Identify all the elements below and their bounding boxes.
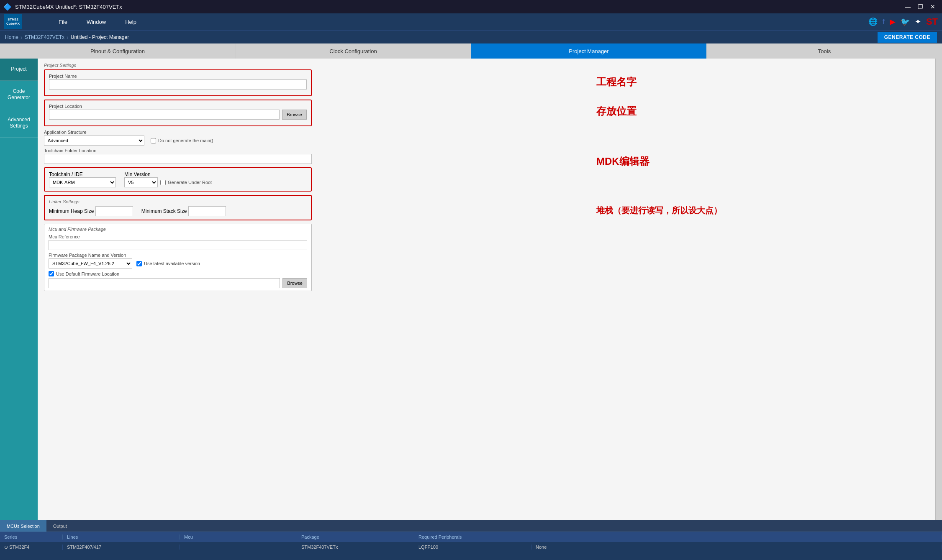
mcu-ref-field: Mcu Reference STM32F407VETx: [49, 234, 307, 250]
sidebar-item-project[interactable]: Project: [0, 59, 38, 81]
tab-project-manager[interactable]: Project Manager: [471, 43, 707, 59]
project-settings-label: Project Settings: [44, 63, 312, 68]
generate-code-button[interactable]: GENERATE CODE: [878, 32, 937, 43]
youtube-icon[interactable]: ▶: [890, 17, 896, 26]
use-latest-checkbox[interactable]: [136, 261, 142, 266]
tab-pinout[interactable]: Pinout & Configuration: [0, 43, 236, 59]
vertical-scrollbar[interactable]: [935, 59, 942, 520]
toolchain-folder-input[interactable]: C:\Users\user\Desktop\LED\BootLoader\: [44, 154, 312, 164]
menu-window[interactable]: Window: [83, 17, 109, 27]
header-required-peripherals: Required Peripherals: [414, 534, 942, 540]
header-series: Series: [0, 534, 63, 540]
toolchain-ide-select[interactable]: MDK-ARM: [49, 177, 116, 187]
logo-text: STM32CubeMX: [6, 18, 20, 26]
project-name-label: Project Name: [49, 74, 307, 79]
project-location-section: Project Location C:\Users\user\Desktop\L…: [44, 100, 312, 126]
bottom-tabs: MCUs Selection Output: [0, 520, 942, 532]
linker-settings-label: Linker Settings: [49, 199, 307, 204]
toolchain-folder-field: Toolchain Folder Location C:\Users\user\…: [44, 148, 312, 164]
header-package: Package: [297, 534, 414, 540]
header-lines: Lines: [63, 534, 180, 540]
project-location-label: Project Location: [49, 104, 307, 109]
breadcrumb-project: Untitled - Project Manager: [71, 34, 129, 40]
annotation-project-name: 工程名字: [596, 75, 637, 89]
st-icon[interactable]: ST: [926, 16, 938, 27]
use-default-fw-row: Use Default Firmware Location: [49, 271, 307, 276]
min-heap-input[interactable]: 0x1000: [95, 206, 133, 216]
tab-tools[interactable]: Tools: [707, 43, 942, 59]
sidebar-item-advanced-settings[interactable]: Advanced Settings: [0, 109, 38, 138]
toolchain-ide-field: Toolchain / IDE MDK-ARM: [49, 171, 116, 187]
fw-pkg-select[interactable]: STM32Cube_FW_F4_V1.26.2: [49, 258, 132, 268]
project-name-input[interactable]: BootLoader: [49, 79, 307, 89]
form-area: Project Settings Project Name BootLoader…: [44, 63, 312, 294]
project-location-input[interactable]: C:\Users\user\Desktop\LED: [49, 110, 280, 120]
generate-under-root-label: Generate Under Root: [168, 180, 212, 185]
twitter-icon[interactable]: 🐦: [901, 17, 910, 26]
fw-location-browse-button[interactable]: Browse: [282, 278, 307, 288]
toolchain-ide-label: Toolchain / IDE: [49, 171, 83, 177]
content-wrapper: Project Settings Project Name BootLoader…: [44, 63, 929, 294]
titlebar-left: 🔷 STM32CubeMX Untitled*: STM32F407VETx: [3, 3, 122, 11]
menubar-items: File Window Help: [55, 17, 140, 27]
globe-icon[interactable]: 🌐: [868, 17, 878, 26]
project-name-field: Project Name BootLoader: [49, 74, 307, 89]
community-icon[interactable]: ✦: [915, 17, 921, 26]
sidebar-item-code-generator[interactable]: Code Generator: [0, 81, 38, 109]
linker-settings-section: Linker Settings Minimum Heap Size 0x1000…: [44, 195, 312, 220]
bottom-tab-output[interactable]: Output: [46, 520, 74, 532]
app-structure-field: Application Structure Advanced Do not ge…: [44, 130, 312, 146]
project-location-browse-button[interactable]: Browse: [282, 110, 307, 120]
use-default-fw-label: Use Default Firmware Location: [56, 271, 119, 276]
titlebar-icon: 🔷: [3, 3, 12, 11]
breadcrumb-mcu[interactable]: STM32F407VETx: [25, 34, 64, 40]
project-name-section: Project Name BootLoader: [44, 69, 312, 96]
menubar: STM32CubeMX File Window Help 🌐 f ▶ 🐦 ✦ S…: [0, 13, 942, 30]
table-cell-package: LQFP100: [414, 545, 531, 550]
app-structure-label: Application Structure: [44, 130, 312, 135]
project-location-field: Project Location C:\Users\user\Desktop\L…: [49, 104, 307, 120]
fw-location-input[interactable]: C:/software/stm32cubemx/Firmware Reposit…: [49, 278, 280, 288]
logo-box: STM32CubeMX: [4, 14, 22, 29]
mcu-ref-input[interactable]: STM32F407VETx: [49, 240, 307, 250]
generate-under-root-row: Generate Under Root: [160, 180, 212, 185]
titlebar-title: STM32CubeMX Untitled*: STM32F407VETx: [15, 4, 122, 10]
bottom-table-header: Series Lines Mcu Package Required Periph…: [0, 532, 942, 542]
minimize-button[interactable]: —: [902, 1, 914, 13]
min-version-row: V5 Generate Under Root: [124, 177, 212, 187]
breadcrumb-bar: Home › STM32F407VETx › Untitled - Projec…: [0, 30, 942, 43]
menu-file[interactable]: File: [55, 17, 71, 27]
close-button[interactable]: ✕: [927, 1, 939, 13]
table-row[interactable]: ⊙ STM32F4 STM32F407/417 STM32F407VETx LQ…: [0, 542, 942, 552]
use-latest-row: Use latest available version: [136, 261, 200, 266]
menubar-icons: 🌐 f ▶ 🐦 ✦ ST: [868, 16, 938, 27]
table-cell-mcu: STM32F407VETx: [297, 545, 414, 550]
breadcrumb-home[interactable]: Home: [5, 34, 18, 40]
table-cell-required-peripherals: None: [531, 545, 942, 550]
mcu-firmware-title: Mcu and Firmware Package: [49, 227, 307, 232]
min-stack-input[interactable]: 0x1000: [188, 206, 226, 216]
no-main-checkbox[interactable]: [151, 138, 156, 143]
annotation-area: 工程名字 存放位置 MDK编辑器 堆栈（要进行读写，所以设大点）: [312, 63, 929, 294]
sidebar: Project Code Generator Advanced Settings: [0, 59, 38, 520]
generate-under-root-checkbox[interactable]: [160, 180, 166, 185]
min-stack-label: Minimum Stack Size: [141, 208, 187, 214]
min-version-select[interactable]: V5: [124, 177, 158, 187]
menu-help[interactable]: Help: [122, 17, 140, 27]
use-default-fw-checkbox[interactable]: [49, 271, 54, 276]
toolchain-folder-label: Toolchain Folder Location: [44, 148, 312, 153]
main-tabbar: Pinout & Configuration Clock Configurati…: [0, 43, 942, 59]
bottom-tab-mcus-selection[interactable]: MCUs Selection: [0, 520, 46, 532]
table-cell-col0: ⊙ STM32F4: [0, 545, 63, 550]
titlebar: 🔷 STM32CubeMX Untitled*: STM32F407VETx —…: [0, 0, 942, 13]
mcu-firmware-section: Mcu and Firmware Package Mcu Reference S…: [44, 224, 312, 291]
maximize-button[interactable]: ❐: [914, 1, 926, 13]
app-structure-select[interactable]: Advanced: [44, 136, 144, 146]
linker-fields-row: Minimum Heap Size 0x1000 Minimum Stack S…: [49, 206, 307, 216]
content-area: Project Settings Project Name BootLoader…: [38, 59, 935, 520]
tab-clock[interactable]: Clock Configuration: [236, 43, 471, 59]
facebook-icon[interactable]: f: [883, 18, 885, 26]
titlebar-controls: — ❐ ✕: [902, 1, 939, 13]
fw-pkg-row: STM32Cube_FW_F4_V1.26.2 Use latest avail…: [49, 258, 307, 268]
annotation-stack: 堆栈（要进行读写，所以设大点）: [596, 205, 722, 216]
